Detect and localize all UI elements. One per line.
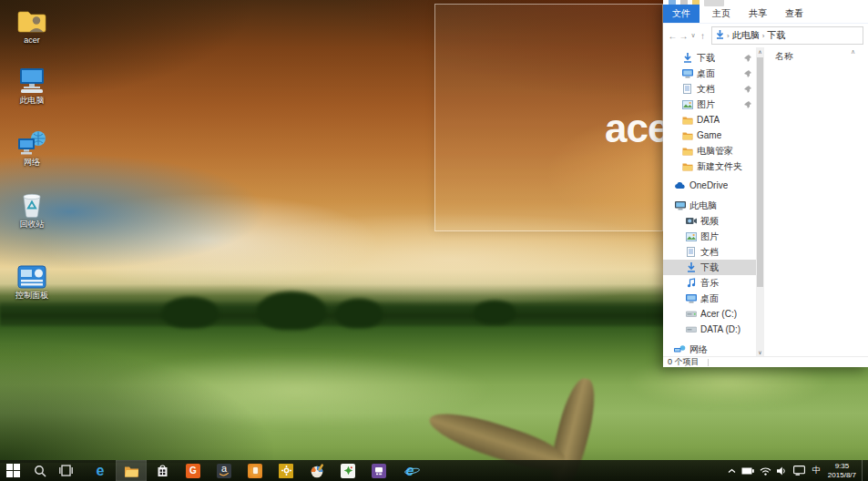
desktop-icon-recycle-bin[interactable]: 回收站 <box>2 189 62 230</box>
sidebar-item-game-folder[interactable]: Game <box>663 128 756 143</box>
task-view-icon <box>59 465 73 476</box>
wifi-icon[interactable] <box>760 466 771 476</box>
taskbar-paint-app[interactable] <box>301 460 332 481</box>
tab-view[interactable]: 查看 <box>776 5 812 23</box>
taskbar-settings-app[interactable] <box>271 460 301 481</box>
desktop-icon-acer[interactable]: acer <box>2 5 62 46</box>
taskbar-amazon[interactable]: a <box>209 460 240 481</box>
drive-icon <box>685 326 697 333</box>
sidebar-item-desktop-pinned[interactable]: 桌面 <box>663 66 756 81</box>
taskbar-internet-explorer[interactable]: e <box>394 460 425 481</box>
desktop-icon-network[interactable]: 网络 <box>2 128 62 168</box>
taskbar-edge[interactable]: e <box>85 460 116 481</box>
sidebar-item-network[interactable]: 网络 <box>663 342 756 356</box>
search-button[interactable] <box>26 460 53 481</box>
task-view-button[interactable] <box>53 460 79 481</box>
desktop[interactable]: acer acer 此电脑 网络 回收站 控制面板 <box>0 0 868 481</box>
scroll-down-icon[interactable]: ∨ <box>756 349 764 355</box>
tab-share[interactable]: 共享 <box>740 5 776 23</box>
control-panel-icon <box>2 261 62 290</box>
amazon-icon: a <box>217 464 231 478</box>
taskbar-file-explorer[interactable] <box>116 460 147 481</box>
taskbar: e G a <box>0 460 868 481</box>
sidebar-item-pictures[interactable]: 图片 <box>663 229 756 244</box>
desktop-icon-this-pc[interactable]: 此电脑 <box>2 66 62 106</box>
sidebar-item-pictures-pinned[interactable]: 图片 <box>663 97 756 112</box>
drive-icon <box>685 311 697 318</box>
scroll-up-icon[interactable]: ∧ <box>756 48 764 55</box>
taskbar-office-app[interactable] <box>363 460 394 481</box>
document-icon <box>685 247 697 257</box>
sidebar-item-onedrive[interactable]: OneDrive <box>663 178 756 193</box>
taskbar-clock[interactable]: 9:35 2015/8/7 <box>828 462 856 480</box>
desktop-icon <box>681 69 693 78</box>
document-icon <box>681 84 693 94</box>
desktop-icon-label: 网络 <box>2 159 62 168</box>
folder-icon <box>681 147 693 156</box>
taskbar-green-app[interactable] <box>332 460 363 481</box>
forward-icon[interactable]: → <box>679 31 689 41</box>
volume-icon[interactable] <box>777 466 788 476</box>
tab-home[interactable]: 主页 <box>703 5 740 23</box>
sidebar-item-desktop[interactable]: 桌面 <box>663 291 756 306</box>
sidebar-item-music[interactable]: 音乐 <box>663 275 756 291</box>
address-bar[interactable]: › 此电脑 › 下载 <box>711 26 863 45</box>
clock-date: 2015/8/7 <box>828 471 856 480</box>
wallpaper-shade <box>0 344 273 463</box>
show-desktop-button[interactable] <box>862 460 865 481</box>
breadcrumb-this-pc[interactable]: 此电脑 <box>732 29 760 42</box>
back-icon[interactable]: ← <box>668 31 678 41</box>
sidebar-item-downloads-pinned[interactable]: 下载 <box>663 50 756 66</box>
hidden-icons-chevron-icon[interactable] <box>728 468 736 474</box>
orange-g-app-icon: G <box>186 464 200 478</box>
recycle-bin-icon <box>2 189 62 219</box>
desktop-icon-control-panel[interactable]: 控制面板 <box>2 261 62 301</box>
scrollbar-thumb[interactable] <box>757 57 763 287</box>
sidebar-item-documents[interactable]: 文档 <box>663 244 756 260</box>
desktop-icon-label: 控制面板 <box>2 292 62 301</box>
sidebar-item-documents-pinned[interactable]: 文档 <box>663 81 756 97</box>
ime-indicator[interactable]: 中 <box>811 464 822 477</box>
sort-chevron-icon[interactable]: ∧ <box>851 48 855 56</box>
music-note-icon <box>685 278 697 288</box>
sidebar-item-videos[interactable]: 视频 <box>663 213 756 229</box>
ribbon-tabs: 文件 主页 共享 查看 <box>663 6 868 24</box>
sidebar-item-new-folder[interactable]: 新建文件夹 <box>663 159 756 174</box>
network-icon <box>674 345 686 353</box>
user-folder-icon <box>2 5 62 35</box>
sidebar-item-drive-c[interactable]: Acer (C:) <box>663 306 756 322</box>
status-bar: 0 个项目 <box>663 356 868 367</box>
desktop-icon <box>685 294 697 303</box>
taskbar-security-app[interactable] <box>240 460 271 481</box>
sidebar-scrollbar[interactable]: ∧ ∨ <box>756 47 764 356</box>
video-icon <box>685 217 697 225</box>
wallpaper-tree <box>335 299 383 328</box>
breadcrumb-downloads[interactable]: 下载 <box>767 29 785 42</box>
sidebar-item-data-folder[interactable]: DATA <box>663 112 756 128</box>
up-icon[interactable]: ↑ <box>698 31 708 41</box>
start-button[interactable] <box>0 460 26 481</box>
sidebar-item-downloads-selected[interactable]: 下载 <box>663 260 756 275</box>
history-chevron-icon[interactable]: ∨ <box>689 32 697 39</box>
internet-explorer-icon: e <box>406 464 414 478</box>
download-icon <box>681 53 693 63</box>
file-explorer-window: 文件 主页 共享 查看 ← → ∨ ↑ › 此电脑 › 下载 下载 <box>663 0 868 367</box>
wallpaper-tree <box>257 292 326 330</box>
taskbar-store[interactable] <box>147 460 178 481</box>
tab-file[interactable]: 文件 <box>663 5 700 23</box>
sidebar-item-this-pc[interactable]: 此电脑 <box>663 198 756 213</box>
battery-icon[interactable] <box>741 467 754 475</box>
sidebar-item-pc-manager-folder[interactable]: 电脑管家 <box>663 143 756 159</box>
security-app-icon <box>248 464 262 478</box>
green-app-icon <box>341 464 355 478</box>
folder-icon <box>681 116 693 125</box>
pc-icon <box>674 201 686 210</box>
action-center-icon[interactable] <box>793 466 805 476</box>
pin-icon <box>744 100 751 110</box>
taskbar-orange-g-app[interactable]: G <box>178 460 209 481</box>
paint-palette-icon <box>310 464 325 478</box>
sidebar-item-drive-d[interactable]: DATA (D:) <box>663 322 756 337</box>
this-pc-icon <box>2 66 62 95</box>
file-list-pane[interactable]: 名称 ∧ <box>764 47 868 356</box>
onedrive-cloud-icon <box>674 182 686 189</box>
